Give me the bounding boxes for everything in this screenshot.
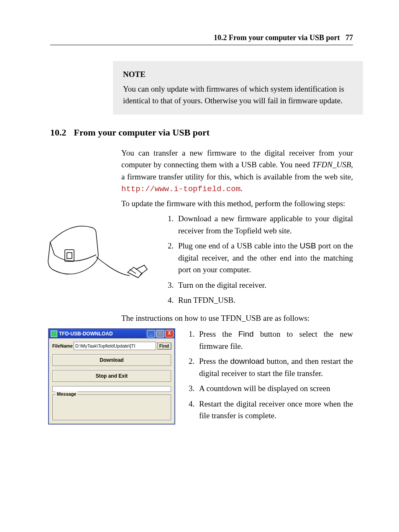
message-label: Message [55,391,78,396]
section-heading: 10.2From your computer via USB port [50,127,353,138]
find-button[interactable]: Find [157,343,171,349]
section-title: From your computer via USB port [74,127,210,138]
note-box: NOTE You can only update with firmwares … [113,61,363,115]
app-window: TFD-USB-DOWNLOAD _ □ X FileName D:\MyTas… [48,328,175,425]
progress-bar [52,386,171,392]
steps-list-2: Press the Find button to select the new … [184,328,353,422]
stop-exit-button[interactable]: Stop and Exit [52,370,171,382]
intro-paragraph-2: To update the firmware with this method,… [121,198,353,210]
list-item: Plug one end of a USB cable into the USB… [176,240,353,276]
header-section: 10.2 From your computer via USB port [214,33,340,42]
list-item: Download a new firmware applicable to yo… [176,213,353,237]
minimize-button[interactable]: _ [147,330,155,338]
header-page-number: 77 [345,33,353,42]
list-item: Run TFDN_USB. [176,294,353,307]
topfield-url: http://www.i-topfield.com [121,184,240,194]
steps-list-1: Download a new firmware applicable to yo… [163,213,353,307]
list-item: A countdown will be displayed on screen [197,383,353,395]
list-item: Turn on the digital receiver. [176,279,353,292]
mid-paragraph: The instructions on how to use TFDN_USB … [121,312,353,325]
filename-field[interactable]: D:\MyTask\TopfieldUpdate\[TI [74,342,156,350]
page-header: 10.2 From your computer via USB port 77 [50,33,353,45]
list-item: Press the Find button to select the new … [197,328,353,352]
section-number: 10.2 [50,127,66,138]
message-box: Message [52,394,171,420]
close-button[interactable]: X [165,330,174,338]
download-button[interactable]: Download [52,354,171,366]
svg-line-2 [130,269,136,274]
usb-illustration [50,213,163,310]
maximize-button[interactable]: □ [156,330,164,338]
note-title: NOTE [123,69,353,81]
window-title: TFD-USB-DOWNLOAD [59,331,147,337]
title-bar: TFD-USB-DOWNLOAD _ □ X [49,329,174,338]
app-icon [51,330,57,337]
filename-label: FileName [52,343,73,348]
list-item: Restart the digital receiver once more w… [197,398,353,422]
note-body: You can only update with firmwares of wh… [123,83,353,107]
svg-rect-0 [65,250,74,261]
intro-paragraph-1: You can transfer a new firmware to the d… [121,147,353,195]
svg-rect-1 [67,253,72,258]
usb-drawing-icon [46,213,151,297]
list-item: Press the download button, and then rest… [197,356,353,379]
